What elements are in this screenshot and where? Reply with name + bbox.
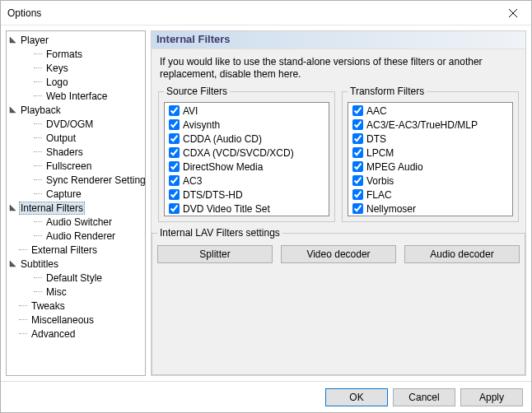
tree-item[interactable]: Fullscreen [8, 159, 145, 173]
tree-item[interactable]: Audio Switcher [8, 215, 145, 229]
list-item[interactable]: AAC [349, 104, 511, 118]
tree-item[interactable]: Misc [8, 285, 145, 299]
list-item[interactable]: AC3/E-AC3/TrueHD/MLP [349, 118, 511, 132]
filter-checkbox[interactable] [352, 161, 363, 172]
list-item[interactable]: DirectShow Media [166, 160, 328, 174]
filter-checkbox[interactable] [169, 133, 180, 144]
list-item[interactable]: Nellymoser [349, 202, 511, 216]
splitter-button[interactable]: Splitter [157, 245, 273, 263]
filter-label: DTS/DTS-HD [183, 189, 243, 201]
tree-item[interactable]: Web Interface [8, 89, 145, 103]
filter-label: DirectShow Media [183, 161, 263, 173]
filter-checkbox[interactable] [352, 133, 363, 144]
filter-label: Nellymoser [366, 203, 416, 215]
filter-label: MPEG Audio [366, 161, 423, 173]
tree-item[interactable]: External Filters [8, 243, 145, 257]
filter-label: AAC [366, 105, 387, 117]
dialog-footer: OK Cancel Apply [1, 381, 531, 412]
list-item[interactable]: ALAC [349, 216, 511, 216]
filter-checkbox[interactable] [352, 105, 363, 116]
tree-item-label: DVD/OGM [44, 118, 95, 130]
tree-item[interactable]: DVD/OGM [8, 117, 145, 131]
filter-checkbox[interactable] [352, 175, 363, 186]
tree-item[interactable]: Internal Filters [8, 201, 145, 215]
source-filters-list[interactable]: AVIAvisynthCDDA (Audio CD)CDXA (VCD/SVCD… [164, 102, 329, 216]
filter-label: DVD Video Title Set [183, 203, 270, 215]
tree-item-label: Capture [44, 188, 83, 200]
tree-item[interactable]: Shaders [8, 145, 145, 159]
transform-filters-legend: Transform Filters [348, 86, 427, 97]
filter-checkbox[interactable] [352, 119, 363, 130]
tree-item[interactable]: Keys [8, 61, 145, 75]
tree-item[interactable]: Formats [8, 47, 145, 61]
list-item[interactable]: FLAC [349, 188, 511, 202]
list-item[interactable]: AVI [166, 104, 328, 118]
close-icon [509, 9, 517, 17]
chevron-down-icon[interactable] [8, 35, 17, 44]
list-item[interactable]: DTS/DTS-HD [166, 188, 328, 202]
list-item[interactable]: LPCM [349, 146, 511, 160]
filter-label: AC3/E-AC3/TrueHD/MLP [366, 119, 478, 131]
transform-filters-list[interactable]: AACAC3/E-AC3/TrueHD/MLPDTSLPCMMPEG Audio… [348, 102, 513, 216]
window-title: Options [7, 7, 41, 19]
cancel-button[interactable]: Cancel [393, 388, 455, 406]
list-item[interactable]: Vorbis [349, 174, 511, 188]
filter-checkbox[interactable] [169, 119, 180, 130]
tree-item[interactable]: Advanced [8, 327, 145, 341]
filter-checkbox[interactable] [169, 175, 180, 186]
list-item[interactable]: Avisynth [166, 118, 328, 132]
tree-item-label: Formats [44, 49, 84, 60]
transform-filters-group: Transform Filters AACAC3/E-AC3/TrueHD/ML… [342, 86, 519, 222]
tree-item[interactable]: Audio Renderer [8, 229, 145, 243]
filter-checkbox[interactable] [169, 203, 180, 214]
tree-item[interactable]: Logo [8, 75, 145, 89]
tree-item[interactable]: Playback [8, 103, 145, 117]
tree-item[interactable]: Player [8, 33, 145, 47]
video-decoder-button[interactable]: Video decoder [281, 245, 396, 263]
filter-checkbox[interactable] [169, 105, 180, 116]
filter-checkbox[interactable] [352, 147, 363, 158]
filter-label: AVI [183, 105, 198, 117]
filter-label: CDDA (Audio CD) [183, 133, 262, 145]
tree-item[interactable]: Subtitles [8, 257, 145, 271]
filter-checkbox[interactable] [169, 147, 180, 158]
list-item[interactable]: AC3 [166, 174, 328, 188]
list-item[interactable]: DTS [349, 132, 511, 146]
tree-item[interactable]: Output [8, 131, 145, 145]
titlebar: Options [1, 1, 531, 26]
list-item[interactable]: FLI/FLC [166, 216, 328, 216]
chevron-down-icon[interactable] [8, 259, 17, 268]
tree-item[interactable]: Tweaks [8, 299, 145, 313]
list-item[interactable]: MPEG Audio [349, 160, 511, 174]
list-item[interactable]: DVD Video Title Set [166, 202, 328, 216]
tree-item-label: Miscellaneous [30, 314, 96, 326]
close-button[interactable] [494, 1, 531, 25]
list-item[interactable]: CDDA (Audio CD) [166, 132, 328, 146]
tree-item-label: Advanced [30, 328, 77, 340]
list-item[interactable]: CDXA (VCD/SVCD/XCD) [166, 146, 328, 160]
filter-label: LPCM [366, 147, 394, 159]
tree-item[interactable]: Miscellaneous [8, 313, 145, 327]
filter-checkbox[interactable] [352, 189, 363, 200]
filter-checkbox[interactable] [169, 189, 180, 200]
tree-item-label: Subtitles [19, 258, 60, 270]
tree-item-label: Sync Renderer Settings [44, 174, 146, 186]
lav-settings-group: Internal LAV Filters settings Splitter V… [152, 227, 525, 375]
tree-item[interactable]: Capture [8, 187, 145, 201]
tree-item-label: Internal Filters [19, 202, 85, 215]
nav-tree[interactable]: PlayerFormatsKeysLogoWeb InterfacePlayba… [6, 30, 146, 376]
tree-item-label: Audio Renderer [44, 230, 117, 242]
chevron-down-icon[interactable] [8, 105, 17, 114]
tree-item[interactable]: Sync Renderer Settings [8, 173, 145, 187]
tree-item-label: Playback [19, 104, 63, 116]
filter-checkbox[interactable] [169, 161, 180, 172]
tree-item-label: External Filters [30, 244, 99, 256]
page-description: If you would like to use the stand-alone… [152, 49, 525, 86]
filter-label: AC3 [183, 175, 202, 187]
ok-button[interactable]: OK [325, 388, 388, 406]
apply-button[interactable]: Apply [460, 388, 523, 406]
chevron-down-icon[interactable] [8, 203, 17, 212]
tree-item[interactable]: Default Style [8, 271, 145, 285]
audio-decoder-button[interactable]: Audio decoder [404, 245, 520, 263]
filter-checkbox[interactable] [352, 203, 363, 214]
